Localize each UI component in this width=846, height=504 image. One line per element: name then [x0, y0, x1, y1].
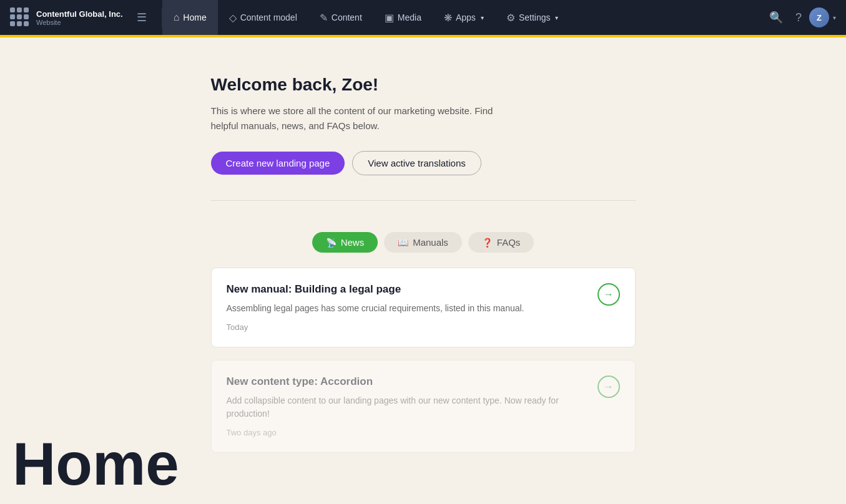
apps-chevron-icon: ▾	[481, 14, 484, 21]
avatar-chevron-icon[interactable]: ▾	[833, 14, 836, 21]
help-button[interactable]: ?	[790, 6, 807, 29]
media-label: Media	[398, 12, 421, 22]
create-landing-page-button[interactable]: Create new landing page	[211, 152, 345, 175]
card-2-description: Add collapsible content to our landing p…	[227, 394, 588, 420]
content-tabs: 📡 News 📖 Manuals ❓ FAQs	[211, 232, 636, 253]
card-2-arrow-button[interactable]: →	[598, 376, 620, 398]
faqs-tab-icon: ❓	[482, 238, 493, 248]
news-card-2: New content type: Accordion Add collapsi…	[211, 360, 636, 453]
card-1-title: New manual: Building a legal page	[227, 283, 588, 296]
hero-title: Welcome back, Zoe!	[211, 75, 636, 95]
card-2-title: New content type: Accordion	[227, 376, 588, 388]
nav-content[interactable]: ✎ Content	[308, 0, 373, 35]
brand-area: Contentful Global, Inc. Website ☰	[10, 7, 162, 27]
content-label: Content	[332, 12, 362, 22]
top-navigation: Contentful Global, Inc. Website ☰ ⌂ Home…	[0, 0, 846, 35]
nav-right-actions: 🔍 ? Z ▾	[764, 6, 836, 29]
nav-media[interactable]: ▣ Media	[373, 0, 433, 35]
apps-label: Apps	[456, 12, 476, 22]
news-card-1: New manual: Building a legal page Assemb…	[211, 268, 636, 347]
content-icon: ✎	[320, 12, 328, 24]
home-label: Home	[183, 12, 206, 22]
news-tab-label: News	[341, 237, 365, 248]
manuals-tab-icon: 📖	[398, 238, 408, 248]
view-translations-button[interactable]: View active translations	[352, 151, 481, 175]
search-button[interactable]: 🔍	[764, 6, 788, 29]
faqs-tab-label: FAQs	[497, 237, 521, 248]
settings-icon: ⚙	[506, 12, 515, 24]
nav-links: ⌂ Home ◇ Content model ✎ Content ▣ Media…	[162, 0, 764, 35]
news-tab-icon: 📡	[326, 238, 337, 248]
media-icon: ▣	[385, 12, 394, 24]
tab-news[interactable]: 📡 News	[312, 232, 378, 253]
card-1-arrow-button[interactable]: →	[598, 283, 620, 306]
big-home-label: Home	[12, 434, 179, 494]
nav-settings[interactable]: ⚙ Settings ▾	[495, 0, 570, 35]
content-model-label: Content model	[240, 12, 297, 22]
home-icon: ⌂	[174, 12, 180, 23]
hero-buttons: Create new landing page View active tran…	[211, 151, 636, 175]
settings-label: Settings	[519, 12, 551, 22]
tab-faqs[interactable]: ❓ FAQs	[468, 232, 534, 253]
content-model-icon: ◇	[229, 12, 237, 24]
card-1-date: Today	[227, 322, 588, 332]
card-2-content: New content type: Accordion Add collapsi…	[227, 376, 588, 437]
card-2-date: Two days ago	[227, 428, 588, 437]
card-1-description: Assembling legal pages has some crucial …	[227, 302, 588, 315]
avatar[interactable]: Z	[809, 7, 829, 27]
nav-content-model[interactable]: ◇ Content model	[218, 0, 308, 35]
hamburger-button[interactable]: ☰	[129, 11, 154, 24]
apps-icon: ❋	[444, 12, 452, 24]
brand-info: Contentful Global, Inc. Website	[36, 9, 123, 26]
settings-chevron-icon: ▾	[555, 14, 558, 21]
company-name: Contentful Global, Inc.	[36, 9, 123, 19]
hero-section: Welcome back, Zoe! This is where we stor…	[211, 75, 636, 201]
manuals-tab-label: Manuals	[413, 237, 448, 248]
nav-home[interactable]: ⌂ Home	[162, 0, 218, 35]
apps-grid-icon[interactable]	[10, 7, 30, 27]
tab-manuals[interactable]: 📖 Manuals	[384, 232, 462, 253]
card-1-content: New manual: Building a legal page Assemb…	[227, 283, 588, 332]
site-name: Website	[36, 19, 123, 26]
nav-apps[interactable]: ❋ Apps ▾	[433, 0, 495, 35]
hero-description: This is where we store all the content o…	[211, 104, 523, 133]
content-center: Welcome back, Zoe! This is where we stor…	[211, 75, 636, 453]
main-content: Welcome back, Zoe! This is where we stor…	[0, 37, 846, 504]
